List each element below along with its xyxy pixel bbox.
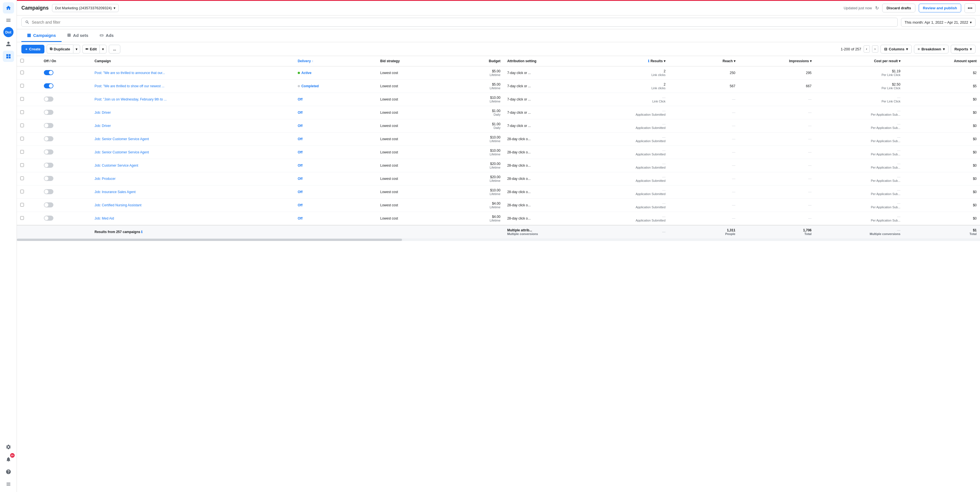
campaign-link[interactable]: Job: Med Aid xyxy=(94,216,114,220)
campaign-toggle[interactable] xyxy=(44,149,53,155)
row-checkbox-cell[interactable] xyxy=(17,80,40,93)
sidebar-item-share[interactable] xyxy=(3,479,14,490)
header-bid-strategy[interactable]: Bid strategy xyxy=(377,56,446,66)
select-all-checkbox[interactable] xyxy=(20,59,24,62)
row-checkbox[interactable] xyxy=(20,216,24,220)
sidebar-item-person[interactable] xyxy=(3,38,14,50)
sidebar-item-grid[interactable] xyxy=(3,51,14,62)
row-checkbox[interactable] xyxy=(20,71,24,74)
campaign-toggle[interactable] xyxy=(44,189,53,194)
campaign-toggle[interactable] xyxy=(44,163,53,168)
sidebar-item-help[interactable] xyxy=(3,466,14,478)
row-checkbox-cell[interactable] xyxy=(17,185,40,199)
tab-ads[interactable]: ▭ Ads xyxy=(94,29,119,42)
campaign-link[interactable]: Job: Driver xyxy=(94,110,111,115)
campaign-link[interactable]: Job: Senior Customer Service Agent xyxy=(94,150,149,154)
campaign-toggle[interactable] xyxy=(44,202,53,208)
campaign-link[interactable]: Job: Producer xyxy=(94,177,116,181)
row-checkbox[interactable] xyxy=(20,203,24,207)
row-checkbox[interactable] xyxy=(20,97,24,101)
date-range-button[interactable]: This month: Apr 1, 2022 – Apr 21, 2022 ▾ xyxy=(901,18,975,27)
row-toggle-cell[interactable] xyxy=(40,212,91,225)
row-toggle-cell[interactable] xyxy=(40,185,91,199)
reports-button[interactable]: Reports ▾ xyxy=(951,45,975,53)
row-toggle-cell[interactable] xyxy=(40,199,91,212)
row-checkbox[interactable] xyxy=(20,176,24,180)
row-toggle-cell[interactable] xyxy=(40,80,91,93)
campaign-toggle[interactable] xyxy=(44,216,53,220)
header-amount-spent[interactable]: Amount spent xyxy=(904,56,980,66)
row-checkbox-cell[interactable] xyxy=(17,66,40,80)
search-filter-wrap[interactable] xyxy=(21,18,897,27)
campaign-toggle[interactable] xyxy=(44,70,53,75)
campaign-link[interactable]: Job: Driver xyxy=(94,124,111,128)
duplicate-button[interactable]: ⧉ Duplicate xyxy=(47,45,73,53)
search-input[interactable] xyxy=(32,20,894,24)
sidebar-item-home[interactable] xyxy=(3,2,14,13)
campaign-toggle[interactable] xyxy=(44,83,53,88)
campaign-link[interactable]: Job: Customer Service Agent xyxy=(94,163,138,168)
row-toggle-cell[interactable] xyxy=(40,172,91,185)
campaign-link[interactable]: Post: "Join us on Wednesday, February 9t… xyxy=(94,97,167,101)
edit-dropdown-button[interactable]: ▾ xyxy=(100,45,107,53)
header-delivery[interactable]: Delivery ↑ xyxy=(294,56,377,66)
campaign-toggle[interactable] xyxy=(44,123,53,128)
row-checkbox-cell[interactable] xyxy=(17,212,40,225)
campaign-toggle[interactable] xyxy=(44,136,53,141)
sidebar-item-menu[interactable] xyxy=(3,14,14,26)
sidebar-avatar[interactable]: Dot xyxy=(3,27,13,37)
row-checkbox[interactable] xyxy=(20,123,24,127)
account-selector[interactable]: Dot Marketing (243573376209324) ▾ xyxy=(52,4,119,12)
sidebar-item-settings[interactable] xyxy=(3,441,14,453)
refresh-icon[interactable]: ↻ xyxy=(875,5,879,11)
pagination-next-button[interactable]: › xyxy=(872,45,878,53)
row-checkbox[interactable] xyxy=(20,163,24,167)
results-info-icon[interactable]: ℹ xyxy=(648,59,649,63)
campaign-toggle[interactable] xyxy=(44,110,53,115)
header-checkbox[interactable] xyxy=(17,56,40,66)
row-checkbox-cell[interactable] xyxy=(17,199,40,212)
row-toggle-cell[interactable] xyxy=(40,93,91,106)
duplicate-dropdown-button[interactable]: ▾ xyxy=(73,45,80,53)
sidebar-item-alerts[interactable]: 20 xyxy=(3,454,14,465)
campaign-toggle[interactable] xyxy=(44,176,53,181)
row-checkbox[interactable] xyxy=(20,150,24,154)
row-checkbox-cell[interactable] xyxy=(17,133,40,146)
row-checkbox-cell[interactable] xyxy=(17,106,40,119)
row-toggle-cell[interactable] xyxy=(40,159,91,172)
row-checkbox-cell[interactable] xyxy=(17,172,40,185)
row-checkbox[interactable] xyxy=(20,110,24,114)
row-toggle-cell[interactable] xyxy=(40,66,91,80)
edit-button[interactable]: ✏ Edit xyxy=(83,45,100,53)
row-toggle-cell[interactable] xyxy=(40,119,91,133)
row-toggle-cell[interactable] xyxy=(40,106,91,119)
row-toggle-cell[interactable] xyxy=(40,133,91,146)
horizontal-scrollbar[interactable] xyxy=(17,239,980,241)
header-cost-per-result[interactable]: Cost per result ▾ xyxy=(815,56,904,66)
tab-campaigns[interactable]: ▦ Campaigns xyxy=(21,29,62,42)
campaign-link[interactable]: Job: Senior Customer Service Agent xyxy=(94,137,149,141)
row-checkbox-cell[interactable] xyxy=(17,119,40,133)
header-reach[interactable]: Reach ▾ xyxy=(669,56,738,66)
row-checkbox[interactable] xyxy=(20,137,24,141)
row-checkbox[interactable] xyxy=(20,190,24,193)
header-attribution[interactable]: Attribution setting xyxy=(504,56,586,66)
row-checkbox-cell[interactable] xyxy=(17,146,40,159)
row-checkbox-cell[interactable] xyxy=(17,159,40,172)
columns-button[interactable]: ⊟ Columns ▾ xyxy=(880,45,912,53)
review-publish-button[interactable]: Review and publish xyxy=(919,4,961,13)
footer-info-icon[interactable]: ℹ xyxy=(141,230,143,234)
breakdown-button[interactable]: ≡ Breakdown ▾ xyxy=(914,45,948,53)
discard-drafts-button[interactable]: Discard drafts xyxy=(882,4,915,13)
campaign-link[interactable]: Job: Insurance Sales Agent xyxy=(94,190,135,194)
row-toggle-cell[interactable] xyxy=(40,146,91,159)
header-budget[interactable]: Budget xyxy=(447,56,504,66)
pagination-prev-button[interactable]: ‹ xyxy=(864,45,870,53)
campaign-link[interactable]: Post: "We are so thrilled to announce th… xyxy=(94,71,165,75)
header-impressions[interactable]: Impressions ▾ xyxy=(739,56,815,66)
more-actions-button[interactable]: ... xyxy=(109,45,120,53)
more-options-button[interactable]: ••• xyxy=(964,3,975,13)
campaign-toggle[interactable] xyxy=(44,97,53,102)
campaign-link[interactable]: Post: "We are thrilled to show off our n… xyxy=(94,84,164,88)
header-campaign[interactable]: Campaign xyxy=(91,56,294,66)
